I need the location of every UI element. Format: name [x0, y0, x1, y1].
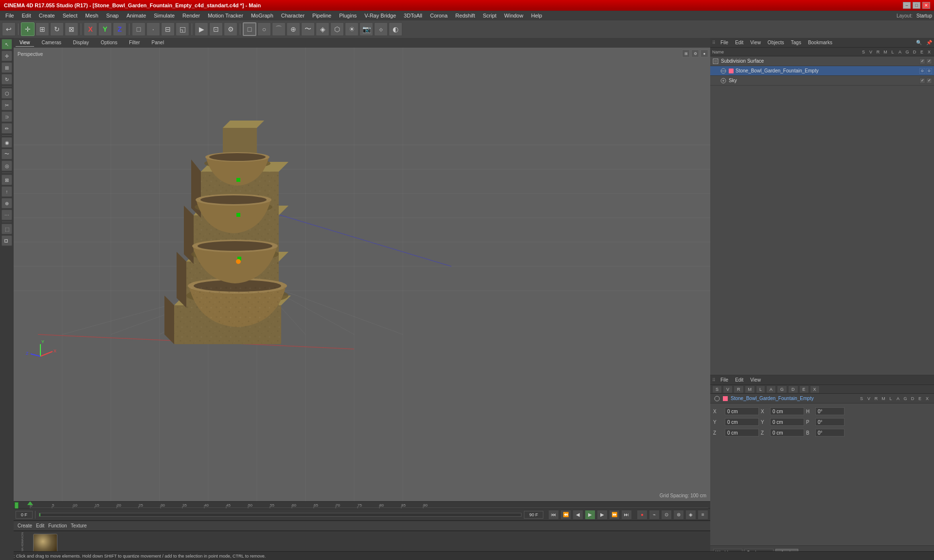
attr-tab-s[interactable]: S [712, 385, 722, 393]
viewport-settings-btn[interactable]: ⚙ [691, 50, 699, 57]
attr-tab-m[interactable]: M [745, 385, 755, 393]
attr-h-value[interactable] [815, 407, 844, 415]
normal-tool[interactable]: ↑ [1, 186, 12, 197]
minimize-button[interactable]: – [903, 2, 911, 9]
menu-edit[interactable]: Edit [18, 12, 35, 19]
texture-tool[interactable]: ⊠ [1, 175, 12, 185]
object-row-subdivision[interactable]: Subdivision Surface ✓ ✓ [710, 56, 934, 66]
attr-tab-r[interactable]: R [734, 385, 744, 393]
attr-tab-x[interactable]: X [810, 385, 820, 393]
om-menu-file[interactable]: File [718, 40, 730, 45]
am-menu-edit[interactable]: Edit [733, 377, 745, 383]
close-button[interactable]: ✕ [922, 2, 930, 9]
paint-tool[interactable]: ◉ [1, 137, 12, 148]
menu-mograph[interactable]: MoGraph [248, 12, 277, 19]
subdiv-vis-1[interactable]: ✓ [919, 58, 925, 64]
mat-menu-function[interactable]: Function [48, 523, 67, 528]
menu-corona[interactable]: Corona [427, 12, 451, 19]
timeline-options-btn[interactable]: ≡ [698, 510, 708, 520]
om-pin-icon[interactable]: 📌 [926, 40, 932, 45]
maximize-button[interactable]: □ [913, 2, 920, 9]
smooth-tool[interactable]: 〜 [1, 149, 12, 159]
record-active-btn[interactable]: ⊙ [661, 510, 672, 520]
camera-btn[interactable]: 📷 [359, 22, 373, 36]
timeline-scrubber[interactable] [39, 513, 521, 517]
menu-script[interactable]: Script [479, 12, 500, 19]
go-end-btn[interactable]: ⏭ [621, 510, 632, 520]
rotate-tool-btn[interactable]: ↻ [50, 22, 64, 36]
tab-panel[interactable]: Panel [148, 39, 168, 47]
sky-flag-2[interactable]: ✓ [926, 78, 932, 84]
attr-rot-z[interactable] [770, 429, 804, 437]
menu-render[interactable]: Render [179, 12, 203, 19]
scale-tool[interactable]: ⊞ [1, 62, 12, 73]
attr-tab-g[interactable]: G [777, 385, 787, 393]
next-frame-btn[interactable]: ▶ [597, 510, 608, 520]
deformer-btn[interactable]: 〜 [301, 22, 315, 36]
attr-tab-v[interactable]: V [723, 385, 733, 393]
render-region-btn[interactable]: ⊡ [209, 22, 223, 36]
rotate-tool[interactable]: ↻ [1, 74, 12, 85]
edge-mode-btn[interactable]: ⊟ [161, 22, 175, 36]
viewport[interactable]: Perspective [14, 48, 710, 501]
next-key-btn[interactable]: ⏩ [609, 510, 620, 520]
tab-options[interactable]: Options [97, 39, 121, 47]
menu-pipeline[interactable]: Pipeline [309, 12, 335, 19]
menu-create[interactable]: Create [36, 12, 58, 19]
menu-mesh[interactable]: Mesh [82, 12, 102, 19]
menu-animate[interactable]: Animate [123, 12, 149, 19]
subdiv-vis-2[interactable]: ✓ [926, 58, 932, 64]
om-menu-edit[interactable]: Edit [733, 40, 745, 45]
mat-menu-create[interactable]: Create [18, 523, 32, 528]
slide-tool[interactable]: ⋯ [1, 210, 12, 220]
play-btn[interactable]: ▶ [585, 510, 595, 520]
z-axis-btn[interactable]: Z [113, 22, 126, 36]
menu-plugins[interactable]: Plugins [336, 12, 360, 19]
primitive-sphere-btn[interactable]: ○ [257, 22, 271, 36]
x-axis-btn[interactable]: X [84, 22, 97, 36]
move-tool[interactable]: ✛ [1, 51, 12, 61]
attr-rot-x[interactable] [770, 407, 804, 415]
point-mode-btn[interactable]: · [146, 22, 160, 36]
scale-tool-btn[interactable]: ⊞ [36, 22, 49, 36]
generator-btn[interactable]: ⊕ [287, 22, 300, 36]
display-btn[interactable]: ◐ [389, 22, 402, 36]
attr-pos-y[interactable] [725, 418, 759, 426]
move-tool-btn[interactable]: ✛ [21, 22, 35, 36]
attr-p-value[interactable] [815, 418, 844, 426]
attr-tab-e[interactable]: E [799, 385, 809, 393]
viewport-record-btn[interactable]: ● [700, 50, 708, 57]
effector-btn[interactable]: ◈ [316, 22, 329, 36]
prev-frame-btn[interactable]: ◀ [573, 510, 583, 520]
menu-redshift[interactable]: Redshift [452, 12, 478, 19]
om-search-icon[interactable]: 🔍 [916, 40, 922, 45]
mat-menu-texture[interactable]: Texture [71, 523, 87, 528]
om-menu-bookmarks[interactable]: Bookmarks [806, 40, 834, 45]
record-new-btn[interactable]: ◈ [685, 510, 696, 520]
menu-select[interactable]: Select [59, 12, 81, 19]
menu-character[interactable]: Character [278, 12, 308, 19]
stonebowl-flag-2[interactable]: ⊙ [926, 68, 932, 74]
attr-rot-y[interactable] [770, 418, 804, 426]
tab-cameras[interactable]: Cameras [38, 39, 66, 47]
transform-btn[interactable]: ⊠ [65, 22, 78, 36]
weld-tool[interactable]: ⊕ [1, 198, 12, 209]
render-settings-btn[interactable]: ⚙ [224, 22, 237, 36]
auto-key-btn[interactable]: ⌁ [649, 510, 660, 520]
menu-vray[interactable]: V-Ray Bridge [361, 12, 399, 19]
tab-display[interactable]: Display [69, 39, 93, 47]
om-menu-objects[interactable]: Objects [766, 40, 786, 45]
mat-menu-edit[interactable]: Edit [36, 523, 44, 528]
am-menu-view[interactable]: View [748, 377, 763, 383]
tab-view[interactable]: View [16, 39, 34, 47]
model-btn[interactable]: □ [132, 22, 145, 36]
om-menu-tags[interactable]: Tags [789, 40, 803, 45]
select-tool[interactable]: ↖ [1, 39, 12, 50]
polygon-tool[interactable]: ⬡ [1, 88, 12, 99]
object-row-stonebowl[interactable]: Stone_Bowl_Garden_Fountain_Empty ⊙ ⊙ [710, 66, 934, 76]
y-axis-btn[interactable]: Y [98, 22, 112, 36]
spline-btn[interactable]: ⌒ [272, 22, 286, 36]
render-btn[interactable]: ▶ [195, 22, 208, 36]
menu-motion-tracker[interactable]: Motion Tracker [204, 12, 247, 19]
attr-pos-z[interactable] [725, 429, 759, 437]
